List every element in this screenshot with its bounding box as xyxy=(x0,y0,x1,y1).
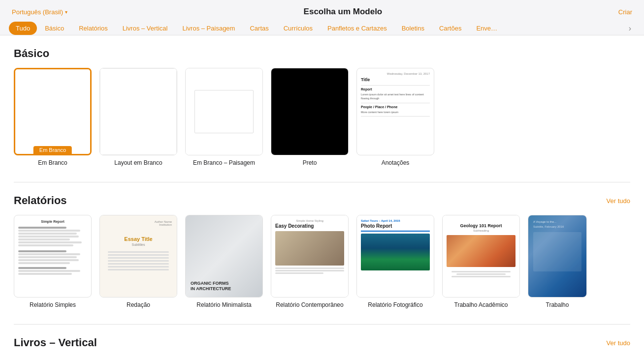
trabalho-academico-label: Trabalho Acadêmico xyxy=(454,301,508,308)
preto-label: Preto xyxy=(303,159,317,166)
trabalho-header: A Voyage to the... xyxy=(533,220,581,223)
rel-fotografico-preview: Safari Tours – April 14, 2015 Photo Repo… xyxy=(357,215,434,297)
tab-boletins[interactable]: Boletins xyxy=(395,22,431,35)
rel-simples-preview: Simple Report xyxy=(14,215,91,280)
livros-ver-tudo-link[interactable]: Ver tudo xyxy=(607,339,630,347)
photo-header: Safari Tours – April 14, 2015 xyxy=(361,219,430,222)
tab-scroll-right-icon[interactable]: › xyxy=(625,22,635,35)
tab-tudo[interactable]: Tudo xyxy=(9,22,37,35)
photo-img xyxy=(361,234,430,270)
template-rel-contemporaneo[interactable]: Simple Home Styling Easy Decorating Rela… xyxy=(271,215,349,308)
relatorios-ver-tudo-link[interactable]: Ver tudo xyxy=(607,197,630,205)
sr-line-2 xyxy=(18,230,80,232)
tab-relatorios[interactable]: Relatórios xyxy=(72,22,115,35)
el-5 xyxy=(108,263,169,265)
rel-simples-thumb: Simple Report xyxy=(14,215,92,298)
arch-text: ORGANIC FORMSIN ARCHITECTURE xyxy=(191,281,258,292)
basico-divider xyxy=(14,182,630,182)
template-redacao[interactable]: Author NameInstitution Essay Title Subti… xyxy=(99,215,177,308)
cl-2 xyxy=(275,270,344,271)
acad-sub: Subheading xyxy=(473,229,489,232)
trabalho-academico-thumb: Geology 101 Report Subheading xyxy=(442,215,520,298)
sr-line-13 xyxy=(18,267,66,269)
language-label: Português (Brasil) xyxy=(12,8,63,16)
sr-line-10 xyxy=(18,256,77,258)
sr-line-9 xyxy=(18,253,80,255)
rel-fotografico-thumb: Safari Tours – April 14, 2015 Photo Repo… xyxy=(356,215,434,298)
template-rel-simples[interactable]: Simple Report xyxy=(14,215,92,308)
notes-h1: Title xyxy=(361,77,430,82)
photo-bar xyxy=(361,231,430,232)
section-basico: Básico Em Branco Em Branco Layout em Bra… xyxy=(14,47,630,166)
tab-panfletos[interactable]: Panfletos e Cartazes xyxy=(321,22,394,35)
layout-branco-preview xyxy=(100,68,177,155)
notes-divider-3 xyxy=(361,116,430,117)
redacao-preview: Author NameInstitution Essay Title Subti… xyxy=(100,215,177,297)
rel-contemporaneo-preview: Simple Home Styling Easy Decorating xyxy=(271,215,348,297)
language-selector[interactable]: Português (Brasil) ▾ xyxy=(12,8,67,16)
sr-title: Simple Report xyxy=(18,219,87,225)
essay-author: Author NameInstitution xyxy=(105,220,172,226)
template-em-branco[interactable]: Em Branco Em Branco xyxy=(14,68,92,166)
sr-line-14 xyxy=(18,270,80,272)
essay-sub: Subtitles xyxy=(105,243,172,246)
el-3 xyxy=(108,257,169,259)
anotacoes-preview: Wednesday, December 13, 2017 Title Repor… xyxy=(357,68,434,155)
template-trabalho[interactable]: A Voyage to the... Subtitle, February 20… xyxy=(528,215,587,308)
em-branco-label: Em Branco xyxy=(38,159,67,166)
trabalho-preview: A Voyage to the... Subtitle, February 20… xyxy=(528,215,586,297)
al-3 xyxy=(451,276,511,277)
rel-contemporaneo-thumb: Simple Home Styling Easy Decorating xyxy=(271,215,349,298)
rel-contemporaneo-label: Relatório Contemporâneo xyxy=(276,301,343,308)
template-anotacoes[interactable]: Wednesday, December 13, 2017 Title Repor… xyxy=(356,68,434,166)
notes-h2-2: People / Place / Phone xyxy=(361,105,430,109)
tab-bar: Tudo Básico Relatórios Livros – Vertical… xyxy=(0,22,644,35)
template-anotacoes-thumb: Wednesday, December 13, 2017 Title Repor… xyxy=(356,68,434,155)
section-livros-header: Livros – Vertical Ver tudo xyxy=(14,336,630,349)
template-rel-fotografico[interactable]: Safari Tours – April 14, 2015 Photo Repo… xyxy=(356,215,434,308)
preto-preview xyxy=(271,68,348,155)
notes-body-2: More content here lorem ipsum xyxy=(361,110,430,114)
main-content: Básico Em Branco Em Branco Layout em Bra… xyxy=(0,35,644,357)
el-7 xyxy=(108,269,169,270)
relatorios-divider xyxy=(14,324,630,325)
section-basico-header: Básico xyxy=(14,47,630,60)
notes-body-1: Lorem ipsum dolor sit amet text here lin… xyxy=(361,92,430,101)
section-livros-title: Livros – Vertical xyxy=(14,336,97,349)
tab-cartoes[interactable]: Cartões xyxy=(432,22,469,35)
tab-envelopes[interactable]: Enve… xyxy=(469,22,504,35)
tab-curriculos[interactable]: Currículos xyxy=(277,22,320,35)
template-layout-branco[interactable]: Layout em Branco xyxy=(99,68,177,166)
relatorios-template-grid: Simple Report xyxy=(14,215,630,308)
template-trabalho-academico[interactable]: Geology 101 Report Subheading Trabalho A… xyxy=(442,215,520,308)
paisagem-page xyxy=(194,90,254,133)
template-preto[interactable]: Preto xyxy=(271,68,349,166)
redacao-label: Redação xyxy=(127,301,150,308)
trabalho-subheader: Subtitle, February 2016 xyxy=(533,225,581,228)
tab-livros-p[interactable]: Livros – Paisagem xyxy=(175,22,242,35)
basico-template-grid: Em Branco Em Branco Layout em Branco Em … xyxy=(14,68,630,166)
sr-line-1 xyxy=(18,227,66,229)
tab-cartas[interactable]: Cartas xyxy=(243,22,275,35)
tab-basico[interactable]: Básico xyxy=(38,22,71,35)
section-basico-title: Básico xyxy=(14,47,49,60)
notes-divider-2 xyxy=(361,103,430,103)
notes-date: Wednesday, December 13, 2017 xyxy=(361,72,430,75)
create-button[interactable]: Criar xyxy=(618,8,632,16)
template-em-branco-thumb: Em Branco xyxy=(14,68,92,155)
template-paisagem-thumb xyxy=(185,68,263,155)
acad-lines xyxy=(447,270,515,278)
essay-title: Essay Title xyxy=(105,236,172,242)
contemp-img xyxy=(275,231,344,266)
template-rel-minimalista[interactable]: ORGANIC FORMSIN ARCHITECTURE Relatório M… xyxy=(185,215,263,308)
sr-line-11 xyxy=(18,259,79,261)
template-preto-thumb xyxy=(271,68,349,155)
al-2 xyxy=(456,273,506,275)
sr-line-6 xyxy=(18,241,82,243)
template-em-branco-paisagem[interactable]: Em Branco – Paisagem xyxy=(185,68,263,166)
notes-h2-1: Report xyxy=(361,88,430,91)
section-relatorios: Relatórios Ver tudo Simple Report xyxy=(14,194,630,308)
section-relatorios-title: Relatórios xyxy=(14,194,67,207)
acad-title: Geology 101 Report xyxy=(460,223,502,228)
tab-livros-v[interactable]: Livros – Vertical xyxy=(116,22,175,35)
